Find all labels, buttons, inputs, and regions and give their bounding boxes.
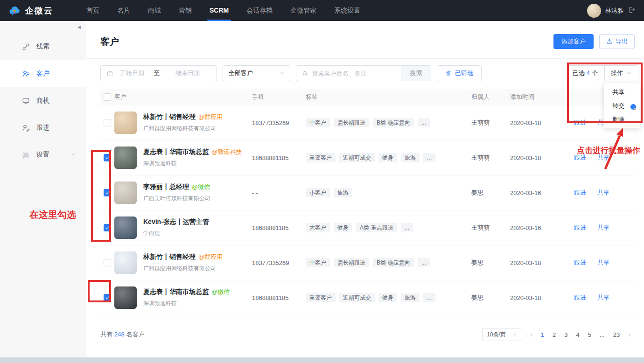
customer-phone: 18688881185 — [252, 224, 306, 231]
customer-wechat-handle: @群应用 — [198, 253, 223, 260]
customer-owner: 姜思 — [471, 293, 510, 302]
customer-company: 广州群应用网络科技有限公司 — [143, 125, 223, 133]
follow-up-link[interactable]: 跟进 — [574, 119, 586, 127]
share-link[interactable]: 共享 — [597, 293, 609, 302]
next-page-button[interactable]: › — [628, 331, 630, 338]
customer-name[interactable]: Kevin-张志丨运营主管 — [143, 218, 209, 225]
table-row: Kevin-张志丨运营主管 学而思 18688881185 大客户健身A类-重点… — [100, 210, 635, 245]
customer-company: 深圳致远科技 — [143, 160, 242, 168]
table-footer: 共有248名客户 10条/页 ‹ 12345...23 › — [100, 328, 635, 341]
divider — [86, 58, 644, 59]
table-body: 林新竹丨销售经理@群应用 广州群应用网络科技有限公司 18377335269 中… — [100, 105, 635, 315]
user-menu[interactable]: 林清雅 — [587, 4, 636, 18]
customer-name[interactable]: 林新竹丨销售经理 — [143, 113, 196, 120]
follow-up-link[interactable]: 跟进 — [574, 258, 586, 267]
logo[interactable]: 企微云 — [8, 4, 53, 17]
customer-wechat-handle: @微信 — [192, 183, 210, 190]
selected-count-label: 已选4个 — [566, 69, 604, 77]
page-number-5[interactable]: 5 — [588, 331, 591, 338]
customer-tag: 旅游 — [334, 188, 352, 197]
follow-up-link[interactable]: 跟进 — [574, 188, 586, 197]
sidebar: ◀ 线索客户商机跟进设置 — [0, 21, 86, 357]
top-nav-商城[interactable]: 商城 — [139, 0, 170, 21]
share-link[interactable]: 共享 — [597, 188, 609, 197]
page-number-2[interactable]: 2 — [553, 331, 556, 338]
export-button[interactable]: 导出 — [599, 34, 635, 49]
customer-owner: 姜思 — [471, 258, 510, 267]
sidebar-item-设置[interactable]: 设置 — [0, 141, 86, 168]
search-input[interactable] — [308, 70, 401, 77]
chevron-down-icon — [70, 151, 76, 159]
chevron-down-icon — [280, 70, 285, 76]
follow-up-link[interactable]: 跟进 — [574, 223, 586, 232]
customer-table: 客户 手机 标签 归属人 添加时间 林新竹丨销售经理@群应用 广州群应用网络科技… — [100, 89, 635, 315]
customer-avatar — [114, 251, 137, 274]
user-avatar[interactable] — [587, 4, 601, 18]
prev-page-button[interactable]: ‹ — [530, 331, 532, 338]
row-actions: 跟进共享 — [567, 223, 635, 232]
row-checkbox[interactable] — [104, 119, 111, 126]
row-checkbox[interactable] — [104, 259, 111, 266]
row-checkbox[interactable] — [104, 189, 111, 196]
page-number-23[interactable]: 23 — [613, 331, 620, 338]
sidebar-item-跟进[interactable]: 跟进 — [0, 114, 86, 141]
customer-added-time: 2020-03-16 — [510, 224, 567, 231]
customer-avatar — [114, 286, 137, 309]
customer-segment-select[interactable]: 全部客户 — [223, 65, 290, 81]
sidebar-item-商机[interactable]: 商机 — [0, 87, 86, 114]
sidebar-item-线索[interactable]: 线索 — [0, 33, 86, 60]
bulk-menu-item-删除[interactable]: 删除 — [604, 112, 640, 126]
sidebar-item-客户[interactable]: 客户 — [0, 60, 86, 87]
horizontal-scrollbar[interactable] — [0, 357, 644, 363]
customer-tag: 大客户 — [306, 223, 330, 232]
customer-tags: 大客户健身A类-重点跟进... — [306, 223, 471, 232]
follow-up-link[interactable]: 跟进 — [574, 293, 586, 302]
share-link[interactable]: 共享 — [597, 154, 609, 162]
customer-tag: ... — [423, 153, 435, 162]
logout-icon[interactable] — [628, 6, 636, 15]
page-size-select[interactable]: 10条/页 — [482, 328, 521, 341]
header-owner: 归属人 — [471, 93, 510, 101]
bulk-action-dropdown-button[interactable]: 操作 — [605, 69, 638, 77]
customer-company: 学而思 — [143, 230, 212, 237]
top-nav-SCRM[interactable]: SCRM — [201, 0, 238, 21]
top-nav-营销[interactable]: 营销 — [170, 0, 201, 21]
row-checkbox[interactable] — [104, 154, 111, 161]
date-range-picker[interactable]: 开始日期 至 结束日期 — [100, 65, 217, 81]
row-checkbox[interactable] — [104, 224, 111, 231]
customer-name[interactable]: 夏志表丨华南市场总监 — [143, 148, 209, 155]
row-checkbox[interactable] — [104, 294, 111, 301]
select-all-checkbox[interactable] — [104, 93, 111, 101]
top-nav-首页[interactable]: 首页 — [77, 0, 108, 21]
follow-up-link[interactable]: 跟进 — [574, 154, 586, 162]
page-number-4[interactable]: 4 — [576, 331, 580, 338]
end-date-placeholder[interactable]: 结束日期 — [175, 69, 200, 77]
page-title: 客户 — [100, 35, 119, 48]
share-link[interactable]: 共享 — [597, 223, 609, 232]
customer-name[interactable]: 林新竹丨销售经理 — [143, 253, 196, 260]
top-nav-系统设置[interactable]: 系统设置 — [325, 0, 369, 21]
search-button[interactable]: 搜索 — [401, 66, 431, 81]
customer-owner: 王萌萌 — [471, 154, 510, 162]
customer-wechat-handle: @致远科技 — [211, 148, 242, 155]
bulk-menu-item-转交[interactable]: 转交 — [604, 99, 640, 112]
customer-name[interactable]: 夏志表丨华南市场总监 — [143, 288, 209, 295]
top-nav-名片[interactable]: 名片 — [108, 0, 139, 21]
add-customer-button[interactable]: 添加客户 — [553, 34, 594, 49]
start-date-placeholder[interactable]: 开始日期 — [120, 69, 144, 77]
customer-name[interactable]: 李雅丽丨总经理 — [143, 183, 189, 190]
customer-tag: 旅游 — [401, 293, 420, 302]
customer-tag: A类-重点跟进 — [356, 223, 397, 232]
sidebar-item-label: 商机 — [36, 97, 49, 105]
customer-tag: ... — [401, 223, 413, 232]
share-link[interactable]: 共享 — [597, 258, 609, 267]
sidebar-collapse-icon[interactable]: ◀ — [77, 25, 81, 29]
top-nav-会话存档[interactable]: 会话存档 — [238, 0, 281, 21]
page-number-3[interactable]: 3 — [564, 331, 567, 338]
top-nav-企微管家[interactable]: 企微管家 — [281, 0, 325, 21]
bulk-menu-item-共享[interactable]: 共享 — [604, 85, 640, 99]
customer-tag: 重要客户 — [306, 153, 336, 162]
customer-phone: 18377335269 — [252, 259, 306, 266]
page-number-1[interactable]: 1 — [541, 331, 544, 338]
filtered-button[interactable]: 已筛选 — [437, 65, 482, 81]
